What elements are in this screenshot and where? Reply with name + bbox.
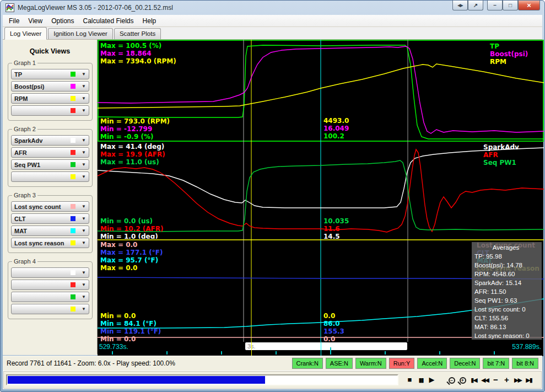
time-tick xyxy=(439,351,440,355)
channel-color-swatch xyxy=(71,282,75,287)
chart-label: Min = 119.1 (°F) xyxy=(100,327,161,335)
graph-1-channel-3-select[interactable]: RPM▼ xyxy=(11,93,89,104)
chart-label: Max = 100.5 (%) xyxy=(100,42,161,50)
chart-label: Min = 0.0 xyxy=(100,312,136,320)
averages-line: Lost sync count: 0 xyxy=(474,305,542,314)
chevron-down-icon: ▼ xyxy=(82,228,86,233)
zoom-in-button[interactable]: + xyxy=(458,375,467,385)
chart-label: 16.049 xyxy=(323,125,349,132)
graph-2-channel-1-select[interactable]: SparkAdv▼ xyxy=(11,135,89,146)
menu-view[interactable]: View xyxy=(24,15,47,26)
tab-bar: Log ViewerIgnition Log ViewerScatter Plo… xyxy=(3,27,542,40)
graph-1-channel-4-select[interactable]: ▼ xyxy=(11,105,89,116)
channel-color-swatch xyxy=(71,162,75,167)
zoom-out-button[interactable]: − xyxy=(447,375,456,385)
chart-label: Max = 0.0 xyxy=(100,241,137,249)
menu-help[interactable]: Help xyxy=(138,15,161,26)
stop-button[interactable]: ■ xyxy=(405,375,414,385)
indicator-bit-7: bit 7:N xyxy=(483,358,509,369)
fast-forward-button[interactable]: ▶▶ xyxy=(513,375,522,385)
time-tick xyxy=(385,351,386,355)
chart-label: 0.0 xyxy=(323,335,335,342)
graph-2-channel-4-select[interactable]: ▼ xyxy=(11,171,89,182)
graph-3-channel-1-select[interactable]: Lost sync count▼ xyxy=(11,201,89,212)
skip-start-button[interactable]: ▮◀ xyxy=(469,375,478,385)
time-scrollbar-thumb[interactable]: 3s. xyxy=(245,342,407,350)
magnifier-icon: − xyxy=(449,377,455,384)
averages-line: SparkAdv: 15.14 xyxy=(474,278,542,287)
indicator-run: Run:Y xyxy=(389,358,415,369)
progress-fill xyxy=(8,376,265,384)
minimize-button[interactable]: – xyxy=(487,1,503,10)
averages-line: Boost(psi): 14.78 xyxy=(474,261,542,270)
graph-3-channel-2-select[interactable]: CLT▼ xyxy=(11,213,89,224)
channel-color-swatch xyxy=(71,270,75,275)
graph-4-channel-2-select[interactable]: ▼ xyxy=(11,280,89,290)
graph-1-channel-1-select[interactable]: TP▼ xyxy=(11,69,89,79)
cursor-line-2[interactable] xyxy=(321,342,321,356)
speed-plus-button[interactable]: + xyxy=(502,375,511,385)
channel-color-swatch xyxy=(71,96,75,101)
tab-ignition-log-viewer[interactable]: Ignition Log Viewer xyxy=(48,28,113,39)
channel-name: Boost(psi) xyxy=(14,83,71,90)
legend-seq-pw1: Seq PW1 xyxy=(483,159,516,167)
maximize-button[interactable]: □ xyxy=(503,1,518,10)
chevron-down-icon: ▼ xyxy=(82,138,86,143)
graph-3: Max = 0.0Max = 177.1 (°F)Max = 95.7 (°F)… xyxy=(98,239,543,342)
chevron-down-icon: ▼ xyxy=(82,216,86,221)
channel-name: TP xyxy=(14,71,71,78)
graph-2-channel-2-select[interactable]: AFR▼ xyxy=(11,147,89,158)
menu-file[interactable]: File xyxy=(4,15,24,26)
channel-color-swatch xyxy=(71,72,75,77)
speed-minus-button[interactable]: − xyxy=(491,375,500,385)
close-button[interactable]: × xyxy=(518,1,540,10)
rewind-button[interactable]: ◀◀ xyxy=(480,375,489,385)
channel-color-swatch xyxy=(71,108,75,113)
time-tick xyxy=(166,351,168,355)
legend-rpm: RPM xyxy=(490,58,506,66)
graph-1-channel-2-select[interactable]: Boost(psi)▼ xyxy=(11,81,89,92)
graph-2-channel-3-select[interactable]: Seq PW1▼ xyxy=(11,159,89,170)
chart-label: Max = 7394.0 (RPM) xyxy=(100,57,176,65)
indicator-ase: ASE:N xyxy=(326,358,353,369)
time-axis: 529.733s. 3s. 537.889s. xyxy=(98,342,543,356)
menu-calculated-fields[interactable]: Calculated Fields xyxy=(79,15,138,26)
indicator-decel: Decel:N xyxy=(450,358,480,369)
quick-views-title: Quick Views xyxy=(3,47,97,55)
chevron-down-icon: ▼ xyxy=(82,96,86,101)
pause-button[interactable]: ▮▮ xyxy=(416,375,425,385)
chevron-down-icon: ▼ xyxy=(82,108,86,113)
progress-bar[interactable] xyxy=(6,374,398,385)
skip-end-button[interactable]: ▶▮ xyxy=(524,375,533,385)
tab-log-viewer[interactable]: Log Viewer xyxy=(4,27,47,40)
graph-4-channel-4-select[interactable]: ▼ xyxy=(11,304,89,314)
graph-3-channel-4-select[interactable]: Lost sync reason▼ xyxy=(11,238,89,248)
channel-name: MAT xyxy=(14,228,71,234)
chart-label: Max = 19.9 (AFR) xyxy=(100,151,165,158)
graph-1: Max = 100.5 (%)Max = 18.864Max = 7394.0 … xyxy=(98,40,543,142)
graph-4-channel-1-select[interactable]: ▼ xyxy=(11,267,89,278)
menu-options[interactable]: Options xyxy=(47,15,78,26)
time-end-label: 537.889s. xyxy=(512,343,541,351)
channel-name: AFR xyxy=(14,149,71,156)
undock-button[interactable]: ↗ xyxy=(468,1,483,10)
channel-color-swatch xyxy=(71,174,75,179)
averages-line: CLT: 155.56 xyxy=(474,314,542,323)
chevron-down-icon: ▼ xyxy=(82,307,86,312)
menu-bar: FileViewOptionsCalculated FieldsHelp xyxy=(3,15,542,27)
channel-name: Seq PW1 xyxy=(14,162,71,168)
chevron-down-icon: ▼ xyxy=(82,204,86,209)
channel-color-swatch xyxy=(71,240,75,245)
cursor-line-1[interactable] xyxy=(251,342,252,356)
chart-label: Min = 0.0 xyxy=(100,335,136,342)
channel-name: Lost sync reason xyxy=(14,240,71,246)
tab-scatter-plots[interactable]: Scatter Plots xyxy=(114,28,161,39)
indicator-accel: Accel:N xyxy=(417,358,447,369)
sidebar: Quick Views Graph 1TP▼Boost(psi)▼RPM▼▼Gr… xyxy=(3,40,97,355)
legend-boost(psi): Boost(psi) xyxy=(490,50,528,58)
graph-3-channel-3-select[interactable]: MAT▼ xyxy=(11,225,89,236)
nav-arrows-button[interactable]: ◀▶ xyxy=(452,1,468,10)
chart-label: Max = 41.4 (deg) xyxy=(100,143,164,151)
graph-4-channel-3-select[interactable]: ▼ xyxy=(11,292,89,302)
play-button[interactable]: ▶ xyxy=(427,375,436,385)
